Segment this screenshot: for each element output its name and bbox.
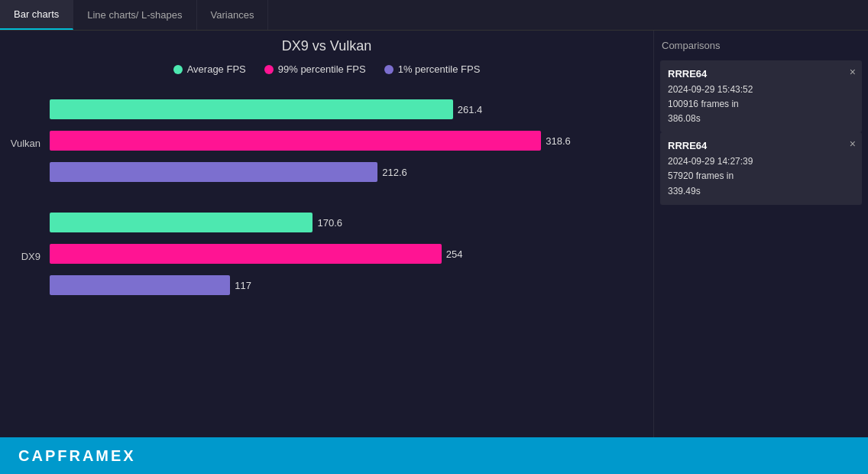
bar: [50, 213, 313, 232]
bar: [50, 131, 541, 151]
bar-row: 170.6: [50, 211, 646, 234]
groups-container: Vulkan261.4318.6212.6DX9170.6254117: [8, 90, 646, 430]
tab-variances[interactable]: Variances: [197, 0, 269, 30]
bar-value-label: 117: [235, 280, 251, 291]
bar-row: 254: [50, 242, 646, 265]
bar: [50, 275, 230, 295]
bar: [50, 244, 442, 264]
group-label-dx9: DX9: [8, 251, 50, 262]
bar: [50, 99, 453, 119]
tab-bar: Bar charts Line charts/ L-shapes Varianc…: [0, 0, 868, 31]
bar-row: 318.6: [50, 129, 646, 152]
card-title: RRRE64: [668, 67, 854, 83]
card-line: 57920 frames in: [668, 169, 854, 183]
comparison-card-0: ×RRRE642024-09-29 15:43:52100916 frames …: [660, 60, 862, 132]
legend-item-avg: Average FPS: [173, 63, 246, 75]
bar-row: 117: [50, 274, 646, 297]
chart-legend: Average FPS 99% percentile FPS 1% percen…: [8, 63, 646, 75]
close-button[interactable]: ×: [850, 63, 856, 80]
legend-dot-p99: [264, 65, 274, 74]
card-line: 339.49s: [668, 184, 854, 199]
group-label-vulkan: Vulkan: [8, 138, 50, 149]
bar-row: 212.6: [50, 161, 646, 183]
bar-value-label: 261.4: [458, 104, 483, 115]
bar-value-label: 170.6: [317, 217, 342, 229]
card-line: 2024-09-29 15:43:52: [668, 83, 854, 97]
comparison-cards-container: ×RRRE642024-09-29 15:43:52100916 frames …: [660, 60, 862, 205]
legend-dot-p1: [384, 65, 394, 74]
bar-value-label: 212.6: [382, 167, 407, 178]
close-button[interactable]: ×: [850, 135, 856, 152]
bar: [50, 162, 377, 182]
card-title: RRRE64: [668, 138, 854, 154]
bar-row: 261.4: [50, 98, 646, 121]
chart-area: DX9 vs Vulkan Average FPS 99% percentile…: [0, 31, 654, 437]
legend-item-p99: 99% percentile FPS: [264, 63, 366, 75]
chart-title: DX9 vs Vulkan: [8, 38, 646, 54]
tab-line-charts[interactable]: Line charts/ L-shapes: [73, 0, 196, 30]
logo: CAPFRAMEX: [18, 447, 136, 465]
legend-dot-avg: [173, 65, 183, 74]
group-dx9: DX9170.6254117: [8, 211, 646, 301]
main-content: DX9 vs Vulkan Average FPS 99% percentile…: [0, 31, 868, 437]
comparison-card-1: ×RRRE642024-09-29 14:27:3957920 frames i…: [660, 132, 862, 204]
card-line: 2024-09-29 14:27:39: [668, 154, 854, 169]
bar-value-label: 318.6: [546, 135, 571, 147]
sidebar-title: Comparisons: [660, 37, 862, 54]
tab-bar-charts[interactable]: Bar charts: [0, 0, 73, 30]
card-line: 386.08s: [668, 112, 854, 126]
bar-value-label: 254: [446, 248, 463, 260]
bars-dx9: 170.6254117: [50, 211, 646, 301]
group-vulkan: Vulkan261.4318.6212.6: [8, 98, 646, 188]
sidebar: Comparisons ×RRRE642024-09-29 15:43:5210…: [654, 31, 868, 437]
card-line: 100916 frames in: [668, 97, 854, 112]
footer: CAPFRAMEX: [0, 437, 868, 474]
bars-vulkan: 261.4318.6212.6: [50, 98, 646, 188]
legend-item-p1: 1% percentile FPS: [384, 63, 481, 75]
